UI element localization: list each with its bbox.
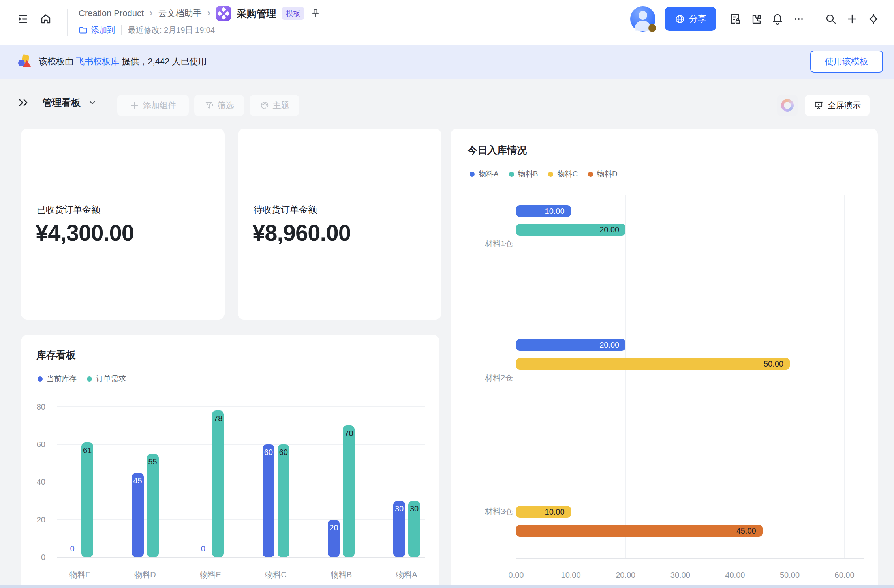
kpi-card-received: 已收货订单金额 ¥4,300.00 <box>21 129 225 320</box>
globe-icon <box>674 14 685 24</box>
fullscreen-present-button[interactable]: 全屏演示 <box>805 95 870 116</box>
create-new-icon[interactable] <box>843 10 861 28</box>
inbound-bar-chart: 0.0010.0020.0030.0040.0050.0060.00材料1仓10… <box>451 129 878 588</box>
x-tick-label: 40.00 <box>711 571 759 580</box>
sidebar-toggle-icon[interactable] <box>14 10 32 28</box>
y-tick-label: 80 <box>21 401 45 412</box>
theme-label: 主题 <box>273 100 289 111</box>
ai-sparkle-icon[interactable] <box>865 10 882 28</box>
gridline <box>57 444 425 445</box>
header-divider <box>815 11 815 27</box>
gridline <box>57 406 425 407</box>
kpi-title: 已收货订单金额 <box>37 204 100 216</box>
x-tick-label: 60.00 <box>821 571 868 580</box>
x-category-label: 物料F <box>52 569 107 580</box>
x-tick-label: 30.00 <box>657 571 704 580</box>
chevron-down-icon[interactable] <box>88 98 97 107</box>
x-category-label: 物料B <box>314 569 369 580</box>
bar-value-label: 45.00 <box>516 526 756 536</box>
gridline <box>844 195 845 558</box>
more-options-icon[interactable] <box>790 10 808 28</box>
bar <box>147 454 159 557</box>
share-label: 分享 <box>689 13 706 25</box>
gridline <box>790 195 790 558</box>
kpi-value: ¥8,960.00 <box>252 219 351 247</box>
x-tick-label: 20.00 <box>602 571 649 580</box>
bar-value-label: 20.00 <box>516 225 619 235</box>
bar-value-label: 61 <box>75 446 99 455</box>
breadcrumb-separator: › <box>207 7 211 19</box>
y-tick-label: 0 <box>21 552 45 563</box>
home-icon[interactable] <box>37 10 54 28</box>
breadcrumb-separator: › <box>149 7 153 19</box>
status-dot <box>648 24 656 32</box>
bar-value-label: 10.00 <box>516 507 565 517</box>
x-category-label: 物料D <box>118 569 173 580</box>
bar-value-label: 30 <box>402 504 426 513</box>
presentation-icon <box>813 100 824 110</box>
pin-icon[interactable] <box>310 8 321 19</box>
y-tick-label: 40 <box>21 476 45 487</box>
add-widget-button[interactable]: 添加组件 <box>117 95 189 116</box>
stock-chart-card: 库存看板 当前库存订单需求 020406080物料F061物料D4555物料E0… <box>21 335 439 588</box>
avatar[interactable] <box>630 6 655 32</box>
banner-text-suffix: 提供，2,442 人已使用 <box>119 56 207 67</box>
bar-value-label: 70 <box>337 429 361 438</box>
template-library-link[interactable]: 飞书模板库 <box>76 56 119 67</box>
banner-text-prefix: 该模板由 <box>39 56 76 67</box>
palette-icon <box>260 101 269 110</box>
theme-button[interactable]: 主题 <box>250 95 299 116</box>
x-category-label: 物料A <box>379 569 434 580</box>
bar-value-label: 20 <box>322 523 346 532</box>
folder-icon <box>79 25 88 35</box>
plus-icon <box>130 101 139 110</box>
filter-label: 筛选 <box>218 100 234 111</box>
bar <box>263 444 274 557</box>
breadcrumb-root[interactable]: Creation Product <box>79 8 144 19</box>
doc-title: 采购管理 <box>237 7 276 20</box>
gridline <box>57 482 425 482</box>
banner-text: 该模板由 飞书模板库 提供，2,442 人已使用 <box>39 45 207 79</box>
share-button[interactable]: 分享 <box>665 7 716 31</box>
y-tick-label: 60 <box>21 439 45 450</box>
axis-line <box>516 558 864 559</box>
doc-permission-icon[interactable] <box>726 10 744 28</box>
y-category-label: 材料1仓 <box>457 238 513 249</box>
expand-panel-icon[interactable] <box>17 96 30 109</box>
bar <box>278 444 289 557</box>
breadcrumb-space[interactable]: 云文档助手 <box>158 7 202 19</box>
gridline <box>571 195 571 558</box>
gridline <box>57 557 425 558</box>
template-library-logo-icon <box>18 55 32 68</box>
use-template-button[interactable]: 使用该模板 <box>810 51 883 73</box>
bar-value-label: 10.00 <box>516 206 565 216</box>
template-badge: 模板 <box>282 7 304 20</box>
search-icon[interactable] <box>822 10 840 28</box>
present-label: 全屏演示 <box>828 100 861 111</box>
bar-value-label: 60 <box>272 448 295 457</box>
add-to-button[interactable]: 添加到 <box>79 25 115 36</box>
gridline <box>680 195 680 558</box>
template-banner: 该模板由 飞书模板库 提供，2,442 人已使用 使用该模板 <box>0 45 894 79</box>
stock-bar-chart: 020406080物料F061物料D4555物料E078物料C6060物料B20… <box>21 335 439 588</box>
last-modified-label: 最近修改: 2月19日 19:04 <box>128 25 215 36</box>
bar-value-label: 78 <box>206 414 230 423</box>
filter-button[interactable]: 筛选 <box>194 95 244 116</box>
bar-value-label: 45 <box>126 476 150 485</box>
kpi-card-pending: 待收货订单金额 ¥8,960.00 <box>238 129 441 320</box>
kpi-value: ¥4,300.00 <box>36 219 134 247</box>
bar <box>81 442 93 557</box>
widgets-icon[interactable] <box>748 10 765 28</box>
ai-ring-icon <box>781 99 794 112</box>
gridline <box>625 195 626 558</box>
bar-value-label: 50.00 <box>516 359 783 369</box>
breadcrumb: Creation Product › 云文档助手 › 采购管理 模板 <box>79 5 321 22</box>
board-title-group[interactable]: 管理看板 <box>17 96 97 109</box>
gridline <box>516 195 516 558</box>
gridline <box>735 195 735 558</box>
notifications-bell-icon[interactable] <box>769 10 786 28</box>
ai-assistant-button[interactable] <box>777 95 798 116</box>
bar-value-label: 20.00 <box>516 340 619 350</box>
gridline <box>57 519 425 520</box>
doc-subnav: 添加到 最近修改: 2月19日 19:04 <box>79 23 215 37</box>
